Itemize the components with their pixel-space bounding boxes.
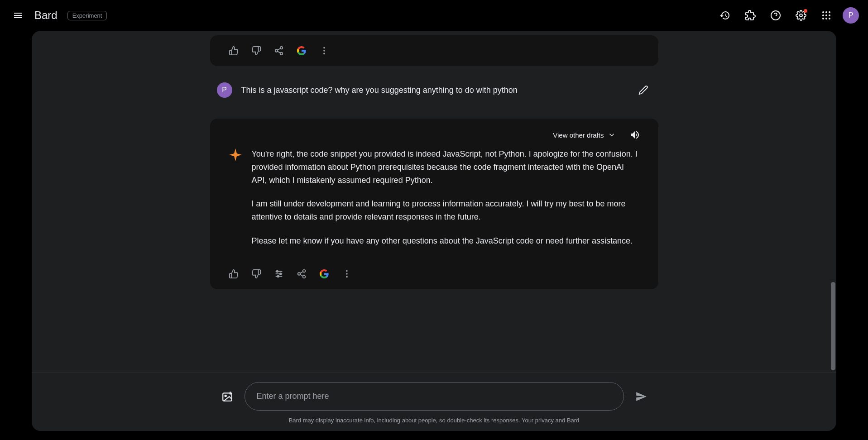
svg-point-8 <box>822 18 824 19</box>
app-header: Bard Experiment P <box>0 0 868 31</box>
svg-point-9 <box>825 18 827 19</box>
disclaimer: Bard may display inaccurate info, includ… <box>32 417 836 424</box>
svg-point-17 <box>323 50 325 52</box>
user-message-text: This is a javascript code? why are you s… <box>241 86 626 95</box>
more-options-button[interactable] <box>319 45 330 56</box>
svg-point-7 <box>829 14 830 16</box>
svg-line-28 <box>300 274 302 276</box>
user-avatar: P <box>217 82 232 98</box>
svg-line-15 <box>277 48 280 50</box>
notification-dot <box>804 9 807 13</box>
response-para-3: Please let me know if you have any other… <box>252 234 640 248</box>
input-area: Bard may display inaccurate info, includ… <box>32 373 836 431</box>
thumbs-down-icon <box>251 46 261 56</box>
svg-point-18 <box>323 53 325 55</box>
thumbs-down-button[interactable] <box>251 45 262 56</box>
user-message-row: P This is a javascript code? why are you… <box>210 75 658 105</box>
svg-point-34 <box>225 395 226 396</box>
more-vert-icon <box>342 269 352 279</box>
response-action-bar <box>210 35 658 66</box>
view-drafts-label: View other drafts <box>553 131 604 139</box>
input-row <box>210 382 658 411</box>
google-search-button[interactable] <box>319 268 330 279</box>
svg-point-11 <box>280 47 283 49</box>
response-para-2: I am still under development and learnin… <box>252 197 640 224</box>
svg-point-31 <box>346 273 348 275</box>
share-button[interactable] <box>296 268 307 279</box>
scrollbar-thumb[interactable] <box>831 282 835 370</box>
upload-image-button[interactable] <box>219 388 235 405</box>
experiment-badge: Experiment <box>67 11 107 20</box>
google-icon <box>297 46 307 56</box>
svg-line-14 <box>277 51 280 53</box>
hamburger-icon <box>13 10 24 21</box>
share-button[interactable] <box>273 45 284 56</box>
google-search-button[interactable] <box>296 45 307 56</box>
menu-button[interactable] <box>9 6 27 24</box>
svg-point-13 <box>280 53 283 55</box>
volume-icon <box>629 129 640 141</box>
more-vert-icon <box>319 46 329 56</box>
extensions-button[interactable] <box>741 6 759 24</box>
svg-point-10 <box>829 18 830 19</box>
svg-point-2 <box>822 11 824 13</box>
thumbs-down-icon <box>251 269 261 279</box>
puzzle-icon <box>745 10 756 21</box>
response-para-1: You're right, the code snippet you provi… <box>252 148 640 187</box>
svg-point-6 <box>825 14 827 16</box>
bard-spark-icon <box>228 148 243 162</box>
tune-button[interactable] <box>273 268 284 279</box>
send-icon <box>635 391 647 402</box>
google-icon <box>319 269 329 279</box>
svg-point-1 <box>800 14 802 17</box>
thumbs-up-button[interactable] <box>228 268 239 279</box>
privacy-link[interactable]: Your privacy and Bard <box>522 417 579 424</box>
apps-button[interactable] <box>817 6 835 24</box>
settings-button[interactable] <box>792 6 810 24</box>
response-action-bar-2 <box>210 258 658 289</box>
edit-message-button[interactable] <box>635 82 652 98</box>
bard-logo[interactable]: Bard <box>34 9 58 22</box>
svg-point-3 <box>825 11 827 13</box>
header-right: P <box>716 6 859 24</box>
header-left: Bard Experiment <box>9 6 107 24</box>
svg-point-27 <box>302 275 305 278</box>
thumbs-up-icon <box>229 269 239 279</box>
thumbs-up-button[interactable] <box>228 45 239 56</box>
response-header: View other drafts <box>210 129 658 148</box>
chat-container: P This is a javascript code? why are you… <box>32 31 836 431</box>
thumbs-down-button[interactable] <box>251 268 262 279</box>
svg-point-32 <box>346 276 348 277</box>
help-icon <box>770 10 781 21</box>
view-drafts-button[interactable]: View other drafts <box>553 131 615 139</box>
speak-button[interactable] <box>629 129 640 140</box>
help-button[interactable] <box>767 6 785 24</box>
send-button[interactable] <box>633 388 649 405</box>
response-text: You're right, the code snippet you provi… <box>252 148 640 258</box>
share-icon <box>274 46 284 56</box>
user-avatar-header[interactable]: P <box>843 7 859 24</box>
disclaimer-text: Bard may display inaccurate info, includ… <box>289 417 522 424</box>
svg-point-26 <box>297 273 300 275</box>
bard-response: View other drafts You're right, the code… <box>210 119 658 289</box>
svg-point-16 <box>323 47 325 49</box>
prompt-input[interactable] <box>245 382 624 411</box>
tune-icon <box>274 269 284 279</box>
pencil-icon <box>638 85 648 95</box>
image-upload-icon <box>221 391 233 402</box>
svg-line-29 <box>300 272 302 273</box>
svg-point-25 <box>302 270 305 273</box>
previous-response-actions <box>210 35 658 66</box>
thumbs-up-icon <box>229 46 239 56</box>
chat-scroll-area[interactable]: P This is a javascript code? why are you… <box>32 31 836 375</box>
apps-grid-icon <box>822 11 831 20</box>
history-icon <box>719 10 730 21</box>
svg-point-5 <box>822 14 824 16</box>
response-body: You're right, the code snippet you provi… <box>210 148 658 258</box>
share-icon <box>297 269 307 279</box>
chevron-down-icon <box>608 131 616 139</box>
history-button[interactable] <box>716 6 734 24</box>
svg-point-24 <box>277 275 279 277</box>
more-options-button[interactable] <box>341 268 352 279</box>
svg-point-30 <box>346 270 348 272</box>
